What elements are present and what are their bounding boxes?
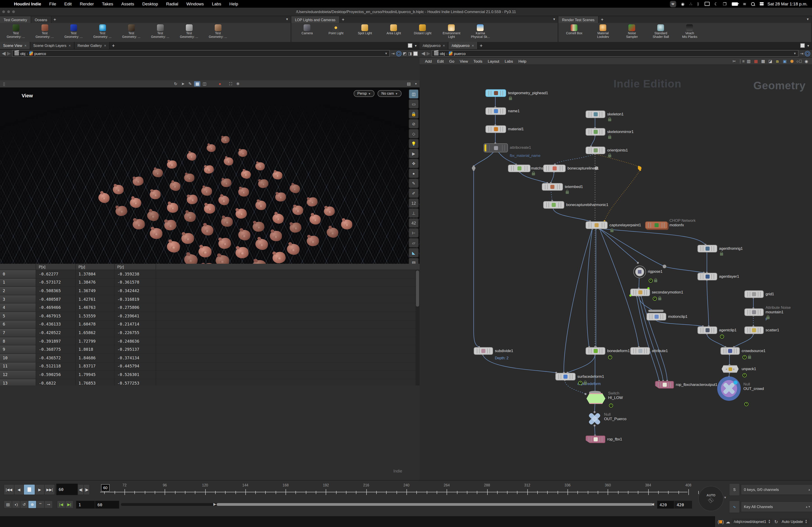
customize-icon[interactable]: ✂ xyxy=(731,58,737,64)
node-skeleton1[interactable] xyxy=(585,110,605,118)
node-agentlayer1[interactable] xyxy=(697,273,717,281)
node-bonecapturebiharmonic1[interactable] xyxy=(543,201,564,209)
node-subdivide1[interactable] xyxy=(474,347,493,355)
node-material1[interactable] xyxy=(485,125,506,133)
node-rigpose1[interactable] xyxy=(633,266,646,278)
shelf-tool[interactable]: StandardShader Ball xyxy=(647,24,675,39)
add-pane-tab-button[interactable]: + xyxy=(478,42,485,49)
node-bonedeform1[interactable] xyxy=(585,347,605,355)
play-circle-icon[interactable]: ◉ xyxy=(681,2,684,6)
fortytwo-label[interactable]: 42 xyxy=(409,218,419,228)
tab--obj-puerco[interactable]: /obj/puerco× xyxy=(449,42,478,49)
render-stop-icon[interactable]: ● xyxy=(217,81,223,87)
maximize-pane-icon[interactable] xyxy=(800,43,805,48)
node-agentclip1[interactable] xyxy=(697,326,717,334)
shelf-tab-render-test-scenes[interactable]: Render Test Scenes xyxy=(559,16,599,23)
brush-icon[interactable]: ✐ xyxy=(409,189,419,198)
sticky-note-icon[interactable]: 🗈 xyxy=(774,58,780,64)
table-row[interactable]: 2-0.5083651.36749-0.342442 xyxy=(0,287,420,295)
node-OUT_crowd[interactable] xyxy=(717,376,741,401)
node-crowdsource1[interactable] xyxy=(721,347,740,355)
shelf-tool[interactable]: TestGeometry: ... xyxy=(146,24,174,39)
column-view-icon[interactable]: ▥ xyxy=(746,58,752,64)
table-row[interactable]: 0-0.622771.37804-0.359238 xyxy=(0,270,420,278)
shelf-menu-icon[interactable]: ▼ xyxy=(806,18,809,21)
range-slider-handle-left[interactable]: ▶ xyxy=(213,502,216,506)
tick-settings-icon[interactable]: ''' xyxy=(36,500,45,509)
node-secondarymotion1[interactable] xyxy=(630,288,650,296)
range-end-icon[interactable]: ▶| xyxy=(65,500,74,509)
range-end-field-2[interactable]: 420 xyxy=(674,500,693,509)
recook-icon[interactable]: ↻ xyxy=(774,519,778,524)
node-capturelayerpaint1[interactable] xyxy=(585,221,608,229)
camera-view-icon[interactable]: ▶ xyxy=(409,149,419,158)
lights-icon[interactable]: 💡 xyxy=(409,139,419,148)
frame-ruler[interactable]: 7296120144168192216240264288312336360384… xyxy=(100,483,700,497)
back-arrow-icon[interactable]: ◀ xyxy=(2,50,6,56)
shelf-tool[interactable]: TestGeometry: ... xyxy=(31,24,59,39)
net-menu-help[interactable]: Help xyxy=(516,59,529,63)
playhead[interactable]: 60 xyxy=(101,484,110,492)
pin-icon[interactable]: ⇥ xyxy=(391,51,395,56)
camera-selector[interactable]: No cam▼ xyxy=(378,90,402,97)
add-shelf-tab-button[interactable]: + xyxy=(339,16,347,23)
ghost-objects-icon[interactable]: ◇ xyxy=(409,129,419,138)
tab-render-gallery[interactable]: Render Gallery× xyxy=(74,42,110,49)
table-row[interactable]: 4-0.4694661.46763-0.275806 xyxy=(0,304,420,312)
table-row[interactable]: 1-0.5731721.38476-0.361578 xyxy=(0,278,420,287)
node-matchsiz[interactable] xyxy=(508,165,531,172)
back-arrow-icon[interactable]: ◀ xyxy=(421,50,425,56)
global-frame-icon[interactable]: ⊕ xyxy=(28,500,37,509)
tab-scene-graph-layers[interactable]: Scene Graph Layers× xyxy=(30,42,74,49)
maximize-pane-icon[interactable] xyxy=(413,51,418,56)
auto-key-button[interactable]: AUTO⚿ xyxy=(698,486,724,511)
network-path-field[interactable]: obj › puerco ▼ xyxy=(432,50,799,57)
shelf-tool[interactable]: Spot Light xyxy=(351,24,379,39)
shelf-tool[interactable]: TestGeometry: ... xyxy=(117,24,145,39)
close-tab-icon[interactable]: × xyxy=(69,44,71,48)
shade-view-icon[interactable]: ◣ xyxy=(409,248,419,257)
loop-mode-icon[interactable]: ↺ xyxy=(20,500,28,509)
auto-update-dropdown[interactable]: Auto Update ▲▼ xyxy=(780,518,809,525)
node-grid1[interactable] xyxy=(744,290,764,298)
node-orientjoints1[interactable] xyxy=(585,147,605,154)
range-display-field[interactable]: 60 xyxy=(95,500,119,509)
step-back-button[interactable]: ◀| xyxy=(77,484,84,495)
objects-visibility-icon[interactable]: ▭ xyxy=(409,99,419,109)
close-tab-icon[interactable]: × xyxy=(104,44,106,48)
layout-grid-icon[interactable]: ▤ xyxy=(406,81,412,87)
select-geometry-icon[interactable]: ▦ xyxy=(194,81,201,87)
scoped-channels-icon[interactable]: S xyxy=(729,483,740,496)
audio-icon[interactable]: ◖) xyxy=(12,500,20,509)
handles-icon[interactable]: ✥ xyxy=(409,159,419,168)
range-end-field[interactable]: 420 xyxy=(657,500,675,509)
twelve-label[interactable]: 12 xyxy=(409,198,419,208)
add-shelf-tab-button[interactable]: + xyxy=(599,16,606,23)
node-scatter1[interactable] xyxy=(744,326,764,334)
shelf-tool[interactable]: TestGeometry: ... xyxy=(175,24,203,39)
moon-icon[interactable]: ☾ xyxy=(714,2,718,6)
table-row[interactable]: 10-0.4365721.84686-0.374134 xyxy=(0,354,420,362)
net-menu-labs[interactable]: Labs xyxy=(502,59,516,63)
snapshot-icon[interactable]: ◪ xyxy=(767,58,773,64)
radial-menu-icon[interactable] xyxy=(396,51,402,56)
column-header[interactable]: P[y] xyxy=(76,264,115,270)
tab-scene-view[interactable]: Scene View× xyxy=(0,42,30,49)
keys-info-box[interactable]: 0 keys, 0/0 channels▲ xyxy=(741,484,812,495)
path-node[interactable]: puerco xyxy=(34,51,46,56)
shape-palette-icon[interactable]: ▩ xyxy=(760,58,766,64)
menu-item-windows[interactable]: Windows xyxy=(182,1,208,6)
shelf-tool[interactable]: EnvironmentLight xyxy=(438,24,466,39)
tree-view-icon[interactable]: ⋮≡ xyxy=(738,58,744,64)
table-row[interactable]: 13-0.68221.76853-0.577253 xyxy=(0,379,420,386)
tab--obj-puerco[interactable]: /obj/puerco× xyxy=(420,42,449,49)
net-menu-go[interactable]: Go xyxy=(447,59,457,63)
net-menu-tools[interactable]: Tools xyxy=(471,59,485,63)
prev-frame-button[interactable]: ◀ xyxy=(14,484,24,495)
table-row[interactable]: 6-0.4361331.60478-0.214714 xyxy=(0,320,420,329)
range-slider-handle-right[interactable]: ◀ xyxy=(651,502,654,506)
range-start-field[interactable]: 1 xyxy=(76,500,96,509)
path-root[interactable]: obj xyxy=(440,51,445,56)
hide-other-objects-icon[interactable]: ⊘ xyxy=(409,119,419,129)
select-box-icon[interactable]: ◫ xyxy=(201,81,208,87)
